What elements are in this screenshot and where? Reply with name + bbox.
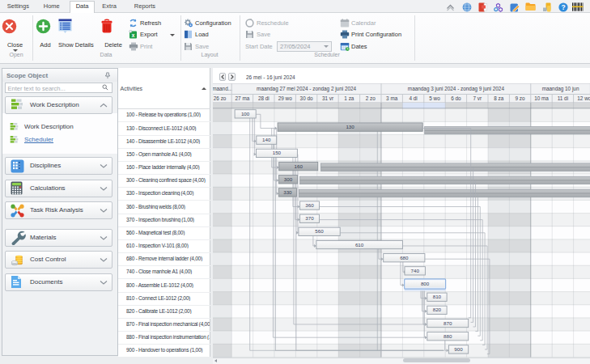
svg-text:680: 680 (400, 255, 409, 260)
svg-text:740: 740 (410, 268, 419, 273)
svg-text:330: 330 (283, 189, 292, 195)
svg-text:8 za: 8 za (494, 95, 504, 101)
svg-text:820: 820 (432, 307, 441, 312)
svg-text:2 zo: 2 zo (365, 95, 376, 101)
svg-text:100: 100 (241, 111, 250, 116)
svg-text:28 di: 28 di (257, 95, 269, 101)
svg-text:maandag 27 mei 2024 - zondag 2: maandag 27 mei 2024 - zondag 2 juni 2024 (257, 86, 356, 92)
svg-text:x: x (132, 32, 135, 38)
svg-text:11 di: 11 di (557, 95, 567, 101)
svg-text:800: 800 (421, 281, 430, 286)
svg-text:5 wo: 5 wo (429, 95, 440, 101)
svg-text:560: 560 (315, 228, 324, 234)
svg-text:30 do: 30 do (299, 95, 312, 101)
svg-text:150: 150 (272, 150, 281, 155)
svg-text:maandag 10 jun: maandag 10 jun (541, 86, 579, 92)
svg-text:26 zo: 26 zo (213, 95, 226, 101)
svg-text:360: 360 (305, 202, 314, 208)
svg-text:3 ma: 3 ma (386, 95, 398, 101)
svg-text:9 zo: 9 zo (515, 95, 525, 101)
svg-text:31 vr: 31 vr (321, 95, 333, 101)
svg-text:370: 370 (305, 215, 314, 221)
svg-text:160: 160 (294, 163, 303, 169)
svg-text:maandag 3 juni 2024 - zondag 9: maandag 3 juni 2024 - zondag 9 juni 2024 (407, 86, 504, 92)
svg-text:810: 810 (432, 294, 441, 299)
svg-text:1 za: 1 za (344, 95, 354, 101)
svg-text:300: 300 (283, 176, 292, 182)
svg-text:130: 130 (346, 124, 354, 129)
svg-text:maand...: maand... (213, 86, 232, 91)
svg-text:6 do: 6 do (451, 95, 461, 101)
svg-text:140: 140 (262, 137, 271, 142)
svg-text:610: 610 (355, 242, 364, 248)
svg-text:4 di: 4 di (409, 95, 417, 101)
svg-text:10 ma: 10 ma (534, 95, 549, 101)
svg-text:7 vr: 7 vr (473, 95, 482, 101)
svg-text:880: 880 (444, 333, 452, 339)
svg-text:900: 900 (454, 346, 463, 352)
svg-text:?: ? (561, 3, 565, 11)
svg-text:27 ma: 27 ma (235, 95, 249, 101)
svg-text:870: 870 (444, 320, 452, 326)
svg-text:12 wo: 12 wo (577, 95, 590, 101)
svg-text:29 wo: 29 wo (278, 95, 291, 101)
